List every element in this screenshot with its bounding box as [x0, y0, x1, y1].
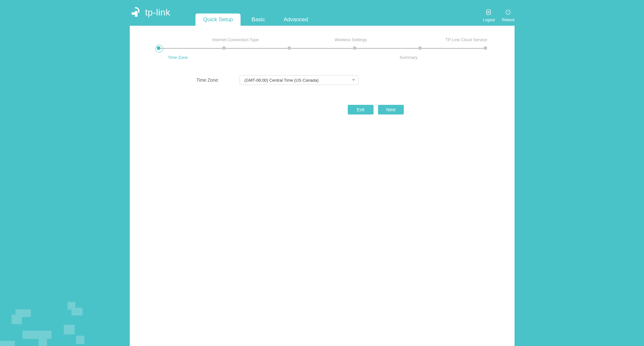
logout-icon	[486, 9, 492, 16]
main-panel: . Internet Connection Type . Wireless Se…	[130, 26, 515, 346]
svg-line-9	[506, 13, 507, 14]
reboot-icon	[505, 9, 511, 16]
step-dot-spacer	[288, 46, 291, 50]
step-dot-cloud[interactable]	[484, 46, 487, 50]
tabs: Quick Setup Basic Advanced	[195, 0, 319, 26]
svg-line-7	[506, 10, 507, 11]
time-zone-label: Time Zone:	[196, 77, 225, 83]
step-label-placeholder: .	[380, 37, 437, 42]
tab-advanced[interactable]: Advanced	[276, 14, 316, 26]
step-label-placeholder: .	[149, 37, 207, 42]
time-zone-value: (GMT-06:00) Central Time (US Canada)	[244, 78, 318, 83]
background-decoration	[0, 262, 103, 346]
logout-label: Logout	[483, 18, 495, 22]
step-label-placeholder: .	[264, 55, 322, 60]
step-label-placeholder: .	[437, 55, 495, 60]
step-dot-internet[interactable]	[222, 46, 226, 50]
form-area: Time Zone: (GMT-06:00) Central Time (US …	[190, 73, 454, 114]
svg-rect-1	[135, 11, 137, 17]
step-label-wireless: Wireless Settings	[322, 37, 380, 42]
step-label-placeholder: .	[322, 55, 380, 60]
logout-button[interactable]: Logout	[483, 9, 495, 22]
top-actions: Logout	[483, 9, 514, 22]
header: tp-link Quick Setup Basic Advanced Logou…	[130, 0, 515, 26]
next-button[interactable]: Next	[378, 105, 404, 114]
wizard-steps: . Internet Connection Type . Wireless Se…	[149, 35, 495, 60]
step-label-cloud: TP-Link Cloud Service	[437, 37, 495, 42]
step-label-time-zone: Time Zone	[149, 55, 207, 60]
logo: tp-link	[130, 6, 170, 19]
tab-basic[interactable]: Basic	[244, 14, 273, 26]
step-dot-time-zone[interactable]	[157, 46, 160, 50]
field-time-zone: Time Zone: (GMT-06:00) Central Time (US …	[196, 75, 454, 85]
brand-text: tp-link	[145, 7, 170, 18]
step-label-summary: Summary	[380, 55, 437, 60]
time-zone-select[interactable]: (GMT-06:00) Central Time (US Canada)	[240, 75, 359, 85]
reboot-label: Reboot	[502, 18, 515, 22]
logo-icon	[130, 6, 142, 19]
step-dot-summary[interactable]	[418, 46, 422, 50]
reboot-button[interactable]: Reboot	[502, 9, 515, 22]
step-label-placeholder: .	[207, 55, 264, 60]
exit-button[interactable]: Exit	[348, 105, 374, 114]
step-label-placeholder: .	[264, 37, 322, 42]
step-label-internet: Internet Connection Type	[207, 37, 264, 42]
button-row: Exit Next	[348, 105, 454, 114]
step-dot-wireless[interactable]	[353, 46, 356, 50]
svg-line-8	[509, 13, 510, 14]
svg-line-10	[509, 10, 510, 11]
chevron-down-icon	[352, 79, 355, 81]
tab-quick-setup[interactable]: Quick Setup	[195, 14, 241, 26]
